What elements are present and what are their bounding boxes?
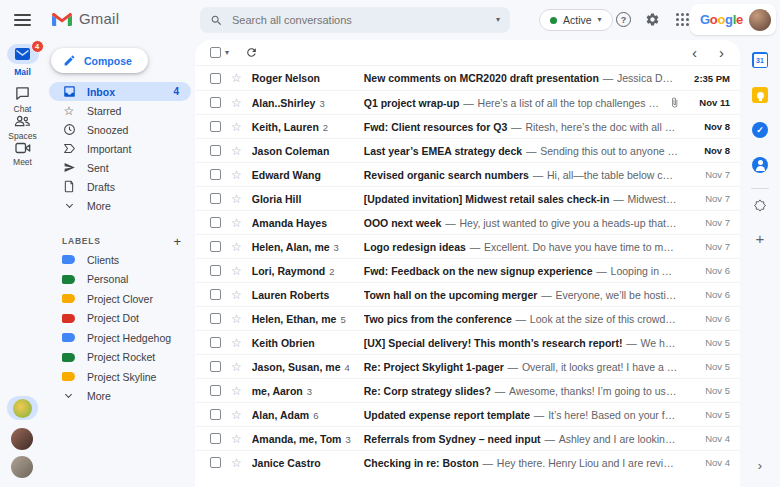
row-checkbox[interactable] <box>210 361 221 372</box>
row-checkbox[interactable] <box>210 289 221 300</box>
email-row[interactable]: ☆ Edward Wang Revised organic search num… <box>195 162 740 186</box>
contacts-icon[interactable] <box>752 157 768 173</box>
row-checkbox[interactable] <box>210 145 221 156</box>
email-row[interactable]: ☆ Helen, Ethan, me 5 Two pics from the c… <box>195 306 740 330</box>
sidebar-label-item[interactable]: Project Skyline <box>49 367 191 387</box>
addons-icon[interactable] <box>753 198 768 213</box>
row-checkbox[interactable] <box>210 313 221 324</box>
settings-gear-icon[interactable] <box>645 12 660 27</box>
rail-item-chat[interactable]: Chat <box>0 86 45 114</box>
row-checkbox[interactable] <box>210 265 221 276</box>
star-icon[interactable]: ☆ <box>231 409 242 421</box>
refresh-icon[interactable] <box>245 46 258 59</box>
select-dropdown-icon[interactable]: ▾ <box>225 49 229 57</box>
email-row[interactable]: ☆ Gloria Hill [Updated invitation] Midwe… <box>195 186 740 210</box>
star-icon[interactable]: ☆ <box>231 289 242 301</box>
email-row[interactable]: ☆ Keith Obrien [UX] Special delivery! Th… <box>195 330 740 354</box>
email-row[interactable]: ☆ Amanda, me, Tom 3 Referrals from Sydne… <box>195 426 740 450</box>
row-checkbox[interactable] <box>210 169 221 180</box>
star-icon[interactable]: ☆ <box>231 145 242 157</box>
email-row[interactable]: ☆ Lori, Raymond 2 Fwd: Feedback on the n… <box>195 258 740 282</box>
rail-item-meet[interactable]: Meet <box>0 142 45 167</box>
row-checkbox[interactable] <box>210 217 221 228</box>
search-icon <box>210 14 223 27</box>
email-row[interactable]: ☆ Amanda Hayes OOO next week — Hey, just… <box>195 210 740 234</box>
star-icon[interactable]: ☆ <box>231 361 242 373</box>
prev-page-icon[interactable]: ‹ <box>692 45 697 60</box>
row-date: Nov 6 <box>686 313 730 324</box>
email-row[interactable]: ☆ Alan, Adam 6 Updated expense report te… <box>195 402 740 426</box>
email-row[interactable]: ☆ Lauren Roberts Town hall on the upcomi… <box>195 282 740 306</box>
row-checkbox[interactable] <box>210 409 221 420</box>
row-date: Nov 6 <box>686 265 730 276</box>
rail-item-spaces[interactable]: Spaces <box>0 114 45 141</box>
apps-grid-icon[interactable] <box>676 13 689 26</box>
collapse-panel-icon[interactable]: › <box>758 458 762 473</box>
row-checkbox[interactable] <box>210 337 221 348</box>
sidebar-label-item[interactable]: Project Hedgehog <box>49 328 191 348</box>
sidebar-label-item[interactable]: Clients <box>49 250 191 270</box>
sidebar-item-sent[interactable]: Sent <box>49 158 191 177</box>
star-icon[interactable]: ☆ <box>231 313 242 325</box>
sidebar-label-item[interactable]: Project Clover <box>49 289 191 309</box>
avatar[interactable] <box>11 456 33 478</box>
sidebar-item-more-labels[interactable]: More <box>49 387 191 407</box>
star-icon[interactable]: ☆ <box>231 193 242 205</box>
star-icon[interactable]: ☆ <box>231 265 242 277</box>
sidebar-item-important[interactable]: Important <box>49 139 191 158</box>
row-checkbox[interactable] <box>210 97 221 108</box>
star-icon[interactable]: ☆ <box>231 385 242 397</box>
sidebar-label-item[interactable]: Project Dot <box>49 309 191 329</box>
sidebar-label-item[interactable]: Personal <box>49 270 191 290</box>
row-checkbox[interactable] <box>210 457 221 468</box>
star-icon[interactable]: ☆ <box>231 433 242 445</box>
email-row[interactable]: ☆ Alan..Shirley 3 Q1 project wrap-up — H… <box>195 90 740 114</box>
star-icon[interactable]: ☆ <box>231 72 242 84</box>
status-selector[interactable]: Active ▾ <box>539 9 613 31</box>
email-row[interactable]: ☆ me, Aaron 3 Re: Corp strategy slides? … <box>195 378 740 402</box>
calendar-icon[interactable]: 31 <box>752 52 768 68</box>
email-row[interactable]: ☆ Helen, Alan, me 3 Logo redesign ideas … <box>195 234 740 258</box>
rail-item-mail[interactable]: 4 Mail <box>0 44 45 77</box>
row-checkbox[interactable] <box>210 193 221 204</box>
star-icon[interactable]: ☆ <box>231 457 242 469</box>
sidebar-item-more[interactable]: More <box>49 196 191 215</box>
account-chip[interactable]: Google <box>690 4 776 35</box>
row-checkbox[interactable] <box>210 385 221 396</box>
star-icon[interactable]: ☆ <box>231 121 242 133</box>
row-checkbox[interactable] <box>210 433 221 444</box>
star-icon[interactable]: ☆ <box>231 241 242 253</box>
sidebar-item-starred[interactable]: ☆ Starred <box>49 101 191 120</box>
compose-button[interactable]: Compose <box>51 48 148 73</box>
profile-avatar[interactable] <box>749 9 771 31</box>
plus-icon[interactable]: + <box>756 230 765 247</box>
search-bar[interactable]: ▾ <box>200 7 510 33</box>
menu-icon[interactable] <box>14 14 31 29</box>
keep-icon[interactable] <box>752 87 768 103</box>
tasks-icon[interactable]: ✓ <box>752 122 768 138</box>
search-input[interactable] <box>232 14 496 26</box>
email-row[interactable]: ☆ Jason, Susan, me 4 Re: Project Skyligh… <box>195 354 740 378</box>
next-page-icon[interactable]: › <box>719 45 724 60</box>
row-checkbox[interactable] <box>210 121 221 132</box>
search-dropdown-icon[interactable]: ▾ <box>496 16 500 24</box>
sidebar-label-item[interactable]: Project Rocket <box>49 348 191 368</box>
email-row[interactable]: ☆ Roger Nelson New comments on MCR2020 d… <box>195 66 740 90</box>
star-icon[interactable]: ☆ <box>231 337 242 349</box>
add-label-icon[interactable]: + <box>173 235 181 248</box>
star-icon[interactable]: ☆ <box>231 217 242 229</box>
email-row[interactable]: ☆ Janice Castro Checking in re: Boston —… <box>195 450 740 474</box>
select-all-checkbox[interactable] <box>210 47 221 58</box>
email-row[interactable]: ☆ Jason Coleman Last year’s EMEA strateg… <box>195 138 740 162</box>
avatar[interactable] <box>11 428 33 450</box>
row-checkbox[interactable] <box>210 73 221 84</box>
chat-shortcut-active[interactable] <box>7 396 38 420</box>
row-checkbox[interactable] <box>210 241 221 252</box>
sidebar-item-snoozed[interactable]: Snoozed <box>49 120 191 139</box>
help-icon[interactable]: ? <box>616 12 631 27</box>
email-row[interactable]: ☆ Keith, Lauren 2 Fwd: Client resources … <box>195 114 740 138</box>
star-icon[interactable]: ☆ <box>231 169 242 181</box>
star-icon[interactable]: ☆ <box>231 97 242 109</box>
sidebar-item-inbox[interactable]: Inbox 4 <box>49 82 191 101</box>
sidebar-item-drafts[interactable]: Drafts <box>49 177 191 196</box>
